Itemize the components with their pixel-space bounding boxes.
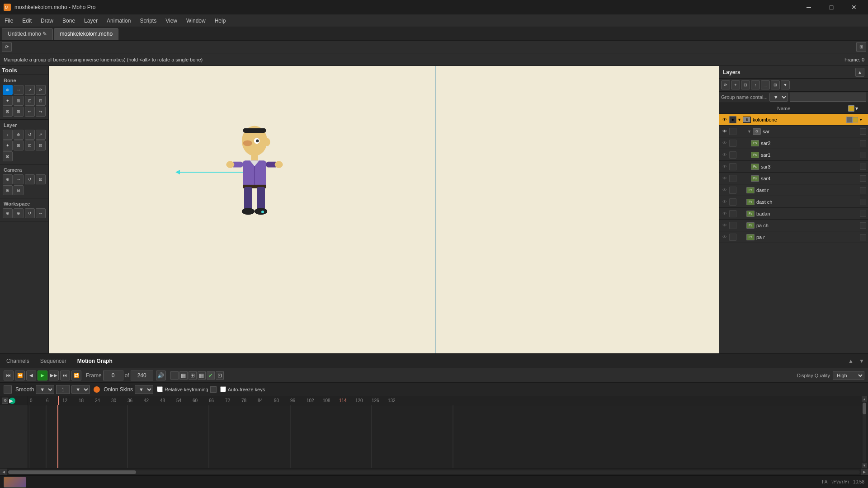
tool-bone-7[interactable]: ⊡ (25, 96, 35, 106)
restore-button[interactable]: □ (821, 0, 842, 14)
canvas-area[interactable] (49, 66, 719, 366)
layer-row-sar[interactable]: 👁 ▼ G sar (719, 126, 868, 137)
layers-tool-1[interactable]: ⟳ (721, 80, 730, 89)
tool-bone-6[interactable]: ⊞ (14, 96, 24, 106)
vscroll-track[interactable] (863, 403, 866, 462)
layer-eye-dast-r[interactable]: 👁 (721, 187, 728, 194)
close-button[interactable]: ✕ (844, 0, 864, 14)
hscroll-right[interactable]: ▶ (861, 469, 868, 476)
tool-layer-3[interactable]: ↺ (25, 130, 35, 140)
layer-eye-sar3[interactable]: 👁 (721, 163, 728, 170)
layer-checkbox-badan[interactable] (860, 211, 866, 217)
layer-lock-sar1[interactable] (729, 151, 736, 159)
menu-window[interactable]: Window (182, 16, 210, 26)
layer-checkbox-sar4[interactable] (860, 175, 866, 182)
tool-bone-12[interactable]: ↪ (36, 107, 46, 117)
layers-tool-3[interactable]: ⊡ (741, 80, 750, 89)
tool-workspace-3[interactable]: ↺ (25, 208, 35, 218)
tool-bone-8[interactable]: ⊟ (36, 96, 46, 106)
menu-layer[interactable]: Layer (80, 16, 102, 26)
layer-eye-pa-ch[interactable]: 👁 (721, 222, 728, 229)
tool-layer-8[interactable]: ⊟ (36, 141, 46, 150)
view-toggle-1[interactable] (170, 371, 179, 380)
layer-row-kolombone[interactable]: 👁 ■ ▼ B kolombone ▾ (719, 114, 868, 126)
layer-lock-dast-r[interactable] (729, 187, 736, 194)
layer-collapse-sar[interactable]: ▼ (747, 129, 753, 134)
tab-channels[interactable]: Channels (2, 356, 34, 366)
layer-row-sar4[interactable]: 👁 Ps sar4 (719, 173, 868, 184)
tool-layer-7[interactable]: ⊡ (25, 141, 35, 150)
layers-tool-2[interactable]: + (731, 80, 740, 89)
layer-checkbox-sar1[interactable] (860, 152, 866, 158)
layers-tool-4[interactable]: ↑ (751, 80, 760, 89)
menu-scripts[interactable]: Scripts (135, 16, 161, 26)
layer-lock-pa-ch[interactable] (729, 222, 736, 229)
frame-current-input[interactable] (103, 371, 123, 380)
tool-bone-9[interactable]: ⊠ (3, 107, 13, 117)
timeline-play-indicator[interactable]: ▶ (9, 398, 15, 404)
layer-checkbox-dast-r[interactable] (860, 187, 866, 193)
smooth-value-dropdown[interactable]: ▼ (71, 385, 90, 394)
view-toggle-5[interactable]: ⊡ (216, 371, 224, 380)
tool-workspace-1[interactable]: ⊕ (3, 208, 13, 218)
display-quality-select[interactable]: High Medium Low (833, 371, 864, 380)
layer-eye-kolombone[interactable]: 👁 (721, 116, 728, 123)
btn-play[interactable]: ▶ (38, 371, 47, 380)
timeline-collapse-up[interactable]: ▲ (846, 357, 855, 366)
tab-untitled[interactable]: Untitled.moho ✎ (2, 28, 53, 40)
view-toggle-check[interactable]: ✓ (207, 371, 215, 380)
tool-bone-5[interactable]: ✦ (3, 96, 13, 106)
tool-bone-11[interactable]: ↩ (25, 107, 35, 117)
layer-lock-sar2[interactable] (729, 140, 736, 147)
group-filter-dropdown[interactable]: ▼ (769, 93, 788, 102)
layer-lock-pa-r[interactable] (729, 234, 736, 241)
smooth-dropdown[interactable]: ▼ (36, 385, 54, 394)
vscroll-down[interactable]: ▼ (862, 463, 867, 468)
menu-bone[interactable]: Bone (58, 16, 80, 26)
layer-eye-sar4[interactable]: 👁 (721, 175, 728, 182)
hscroll-left[interactable]: ◀ (0, 469, 7, 476)
layer-row-sar1[interactable]: 👁 Ps sar1 (719, 149, 868, 161)
tl-left-arrow[interactable] (4, 385, 12, 394)
tool-layer-9[interactable]: ⊠ (3, 151, 13, 161)
layer-lock-dast-ch[interactable] (729, 198, 736, 206)
layers-collapse-all[interactable]: ▲ (855, 68, 864, 77)
layer-lock-kolombone[interactable]: ■ (729, 116, 736, 123)
menu-help[interactable]: Help (210, 16, 231, 26)
relative-keyframing-icon[interactable] (210, 386, 217, 393)
relative-keyframing-checkbox[interactable] (157, 386, 163, 392)
tool-layer-5[interactable]: ✦ (3, 141, 13, 150)
tool-bone-2[interactable]: ↔ (14, 85, 24, 95)
layer-checkbox-dast-ch[interactable] (860, 199, 866, 205)
tool-bone-1[interactable]: ⊕ (3, 85, 13, 95)
hscroll-track[interactable] (8, 470, 860, 474)
layer-checkbox-pa-r[interactable] (860, 234, 866, 240)
vscroll-thumb[interactable] (863, 403, 866, 414)
layer-row-pa-r[interactable]: 👁 Ps pa r (719, 231, 868, 243)
layers-tool-6[interactable]: ⊞ (771, 80, 780, 89)
vscroll-up[interactable]: ▲ (862, 396, 867, 402)
menu-draw[interactable]: Draw (36, 16, 58, 26)
layer-row-dast-ch[interactable]: 👁 Ps dast ch (719, 196, 868, 208)
tool-layer-4[interactable]: ↗ (36, 130, 46, 140)
layer-checkbox-kolombone[interactable] (846, 117, 853, 123)
layer-collapse-kolombone[interactable]: ▼ (737, 117, 743, 122)
btn-volume[interactable]: 🔊 (156, 371, 166, 380)
btn-loop[interactable]: 🔁 (71, 371, 81, 380)
tool-layer-6[interactable]: ⊞ (14, 141, 24, 150)
btn-next-key[interactable]: ⏭ (60, 371, 70, 380)
toolbar-icon-2[interactable]: ⊞ (856, 42, 866, 52)
timeline-cursor[interactable] (58, 396, 59, 405)
layer-lock-sar3[interactable] (729, 163, 736, 170)
layer-checkbox-sar2[interactable] (860, 140, 866, 146)
layer-checkbox-sar3[interactable] (860, 164, 866, 170)
tool-layer-2[interactable]: ⊕ (14, 130, 24, 140)
onion-skins-dropdown[interactable]: ▼ (135, 385, 153, 394)
layer-row-sar2[interactable]: 👁 Ps sar2 (719, 137, 868, 149)
timeline-collapse-down[interactable]: ▼ (857, 357, 866, 366)
layers-tool-7[interactable]: ▼ (781, 80, 790, 89)
minimize-button[interactable]: ─ (798, 0, 819, 14)
onion-toggle-dot[interactable] (94, 386, 100, 393)
layer-eye-sar2[interactable]: 👁 (721, 140, 728, 147)
view-toggle-4[interactable]: ▦ (198, 371, 206, 380)
